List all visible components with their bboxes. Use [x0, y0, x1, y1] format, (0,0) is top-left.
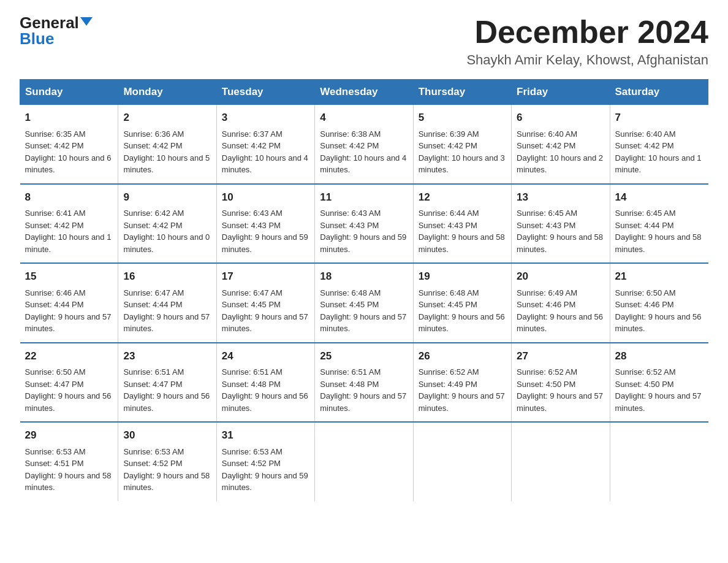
calendar-cell: 28Sunrise: 6:52 AMSunset: 4:50 PMDayligh…	[610, 343, 708, 423]
calendar-cell: 22Sunrise: 6:50 AMSunset: 4:47 PMDayligh…	[20, 343, 118, 423]
day-number: 22	[25, 348, 113, 364]
calendar-week-row: 29Sunrise: 6:53 AMSunset: 4:51 PMDayligh…	[20, 422, 708, 501]
calendar-cell: 25Sunrise: 6:51 AMSunset: 4:48 PMDayligh…	[315, 343, 413, 423]
calendar-cell: 5Sunrise: 6:39 AMSunset: 4:42 PMDaylight…	[413, 105, 511, 184]
calendar-cell: 29Sunrise: 6:53 AMSunset: 4:51 PMDayligh…	[20, 422, 118, 501]
day-info: Sunrise: 6:51 AMSunset: 4:48 PMDaylight:…	[222, 367, 308, 413]
day-number: 9	[123, 190, 211, 205]
calendar-cell	[610, 422, 708, 501]
title-area: December 2024 Shaykh Amir Kelay, Khowst,…	[466, 15, 708, 68]
calendar-cell: 31Sunrise: 6:53 AMSunset: 4:52 PMDayligh…	[216, 422, 314, 501]
day-info: Sunrise: 6:47 AMSunset: 4:45 PMDaylight:…	[222, 288, 308, 334]
day-number: 6	[517, 110, 604, 126]
day-number: 26	[419, 348, 506, 364]
calendar-cell: 7Sunrise: 6:40 AMSunset: 4:42 PMDaylight…	[610, 105, 708, 184]
calendar-cell: 24Sunrise: 6:51 AMSunset: 4:48 PMDayligh…	[216, 343, 314, 423]
day-number: 1	[25, 110, 113, 126]
calendar-cell: 10Sunrise: 6:43 AMSunset: 4:43 PMDayligh…	[216, 184, 314, 264]
calendar-cell: 21Sunrise: 6:50 AMSunset: 4:46 PMDayligh…	[610, 263, 708, 343]
day-of-week-header: Saturday	[610, 80, 708, 105]
calendar-cell: 19Sunrise: 6:48 AMSunset: 4:45 PMDayligh…	[413, 263, 511, 343]
logo-triangle-icon	[80, 17, 93, 26]
day-info: Sunrise: 6:38 AMSunset: 4:42 PMDaylight:…	[320, 129, 406, 175]
header: General Blue December 2024 Shaykh Amir K…	[20, 15, 708, 68]
day-info: Sunrise: 6:44 AMSunset: 4:43 PMDaylight:…	[419, 209, 505, 254]
day-info: Sunrise: 6:51 AMSunset: 4:48 PMDaylight:…	[320, 367, 406, 413]
day-info: Sunrise: 6:35 AMSunset: 4:42 PMDaylight:…	[25, 129, 112, 175]
logo: General Blue	[20, 15, 93, 47]
calendar-title: December 2024	[466, 15, 708, 50]
day-number: 3	[222, 110, 309, 126]
logo-general-text: General	[20, 15, 79, 31]
day-number: 13	[517, 190, 604, 205]
day-info: Sunrise: 6:48 AMSunset: 4:45 PMDaylight:…	[419, 288, 505, 334]
day-number: 15	[25, 269, 113, 285]
day-number: 19	[419, 269, 506, 285]
day-number: 29	[25, 427, 113, 443]
day-of-week-header: Monday	[118, 80, 216, 105]
day-number: 8	[25, 190, 113, 205]
calendar-cell: 3Sunrise: 6:37 AMSunset: 4:42 PMDaylight…	[216, 105, 314, 184]
day-number: 12	[419, 190, 506, 205]
day-number: 16	[123, 269, 211, 285]
day-info: Sunrise: 6:50 AMSunset: 4:46 PMDaylight:…	[615, 288, 702, 334]
day-number: 28	[615, 348, 703, 364]
day-info: Sunrise: 6:45 AMSunset: 4:43 PMDaylight:…	[517, 209, 603, 254]
day-of-week-header: Friday	[512, 80, 610, 105]
day-info: Sunrise: 6:41 AMSunset: 4:42 PMDaylight:…	[25, 209, 112, 254]
day-info: Sunrise: 6:53 AMSunset: 4:52 PMDaylight:…	[222, 447, 308, 492]
day-info: Sunrise: 6:40 AMSunset: 4:42 PMDaylight:…	[517, 129, 603, 175]
day-info: Sunrise: 6:43 AMSunset: 4:43 PMDaylight:…	[222, 209, 308, 254]
calendar-cell: 15Sunrise: 6:46 AMSunset: 4:44 PMDayligh…	[20, 263, 118, 343]
day-info: Sunrise: 6:45 AMSunset: 4:44 PMDaylight:…	[615, 209, 702, 254]
calendar-cell: 6Sunrise: 6:40 AMSunset: 4:42 PMDaylight…	[512, 105, 610, 184]
day-info: Sunrise: 6:50 AMSunset: 4:47 PMDaylight:…	[25, 367, 112, 413]
day-info: Sunrise: 6:53 AMSunset: 4:51 PMDaylight:…	[25, 447, 112, 492]
calendar-cell: 2Sunrise: 6:36 AMSunset: 4:42 PMDaylight…	[118, 105, 216, 184]
calendar-cell: 8Sunrise: 6:41 AMSunset: 4:42 PMDaylight…	[20, 184, 118, 264]
calendar-cell: 20Sunrise: 6:49 AMSunset: 4:46 PMDayligh…	[512, 263, 610, 343]
day-number: 23	[123, 348, 211, 364]
day-of-week-header: Tuesday	[216, 80, 314, 105]
day-number: 17	[222, 269, 309, 285]
calendar-week-row: 1Sunrise: 6:35 AMSunset: 4:42 PMDaylight…	[20, 105, 708, 184]
day-info: Sunrise: 6:46 AMSunset: 4:44 PMDaylight:…	[25, 288, 112, 334]
day-info: Sunrise: 6:49 AMSunset: 4:46 PMDaylight:…	[517, 288, 603, 334]
day-number: 31	[222, 427, 309, 443]
day-number: 2	[123, 110, 211, 126]
day-of-week-header: Sunday	[20, 80, 118, 105]
calendar-cell: 13Sunrise: 6:45 AMSunset: 4:43 PMDayligh…	[512, 184, 610, 264]
calendar-cell: 11Sunrise: 6:43 AMSunset: 4:43 PMDayligh…	[315, 184, 413, 264]
day-info: Sunrise: 6:52 AMSunset: 4:50 PMDaylight:…	[615, 367, 702, 413]
calendar-week-row: 22Sunrise: 6:50 AMSunset: 4:47 PMDayligh…	[20, 343, 708, 423]
day-info: Sunrise: 6:52 AMSunset: 4:49 PMDaylight:…	[419, 367, 505, 413]
calendar-cell: 4Sunrise: 6:38 AMSunset: 4:42 PMDaylight…	[315, 105, 413, 184]
calendar-cell: 9Sunrise: 6:42 AMSunset: 4:42 PMDaylight…	[118, 184, 216, 264]
calendar-cell: 18Sunrise: 6:48 AMSunset: 4:45 PMDayligh…	[315, 263, 413, 343]
calendar-cell	[315, 422, 413, 501]
day-info: Sunrise: 6:51 AMSunset: 4:47 PMDaylight:…	[123, 367, 210, 413]
day-number: 4	[320, 110, 408, 126]
calendar-table: SundayMondayTuesdayWednesdayThursdayFrid…	[20, 79, 708, 501]
day-number: 27	[517, 348, 604, 364]
calendar-cell: 14Sunrise: 6:45 AMSunset: 4:44 PMDayligh…	[610, 184, 708, 264]
day-info: Sunrise: 6:48 AMSunset: 4:45 PMDaylight:…	[320, 288, 406, 334]
calendar-week-row: 8Sunrise: 6:41 AMSunset: 4:42 PMDaylight…	[20, 184, 708, 264]
day-number: 25	[320, 348, 408, 364]
day-number: 20	[517, 269, 604, 285]
day-number: 10	[222, 190, 309, 205]
day-number: 30	[123, 427, 211, 443]
calendar-cell: 1Sunrise: 6:35 AMSunset: 4:42 PMDaylight…	[20, 105, 118, 184]
calendar-cell: 30Sunrise: 6:53 AMSunset: 4:52 PMDayligh…	[118, 422, 216, 501]
logo-blue-text: Blue	[20, 31, 54, 47]
day-info: Sunrise: 6:53 AMSunset: 4:52 PMDaylight:…	[123, 447, 210, 492]
day-number: 24	[222, 348, 309, 364]
day-info: Sunrise: 6:36 AMSunset: 4:42 PMDaylight:…	[123, 129, 210, 175]
day-info: Sunrise: 6:43 AMSunset: 4:43 PMDaylight:…	[320, 209, 406, 254]
calendar-cell: 26Sunrise: 6:52 AMSunset: 4:49 PMDayligh…	[413, 343, 511, 423]
day-info: Sunrise: 6:37 AMSunset: 4:42 PMDaylight:…	[222, 129, 308, 175]
day-number: 7	[615, 110, 703, 126]
day-info: Sunrise: 6:52 AMSunset: 4:50 PMDaylight:…	[517, 367, 603, 413]
day-number: 14	[615, 190, 703, 205]
calendar-cell	[512, 422, 610, 501]
